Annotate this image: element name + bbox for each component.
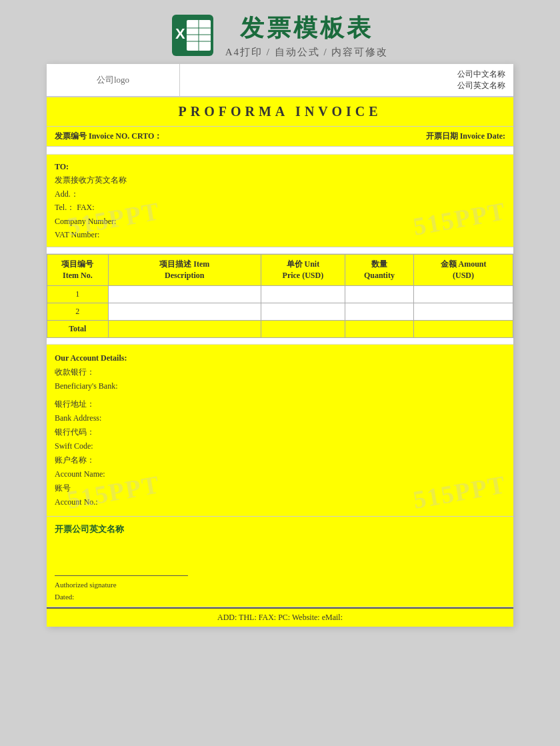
total-label: Total	[47, 320, 109, 337]
acct-no-en: Account No.:	[55, 495, 505, 509]
table-row: 2	[47, 303, 513, 320]
company-info-cell: 公司中文名称 公司英文名称	[180, 64, 513, 96]
invoice-no-label: 发票编号 Invoice NO. CRTO：	[55, 131, 162, 142]
swift-cn: 银行代码：	[55, 425, 505, 439]
th-item-no-cn: 项目编号	[50, 259, 105, 270]
th-amount-en: (USD)	[417, 270, 510, 281]
doc-header: 公司logo 公司中文名称 公司英文名称	[47, 64, 513, 97]
table-row: 1	[47, 285, 513, 303]
tel-fax: Tel.： FAX:	[55, 201, 505, 214]
bank-cn: 收款银行：	[55, 365, 505, 379]
page-header: X 发票模板表 A4打印 / 自动公式 / 内容可修改	[0, 0, 560, 64]
th-quantity-cn: 数量	[348, 259, 411, 270]
th-item-no-en: Item No.	[50, 270, 105, 281]
invoice-title-bar: PROFORMA INVOICE	[47, 97, 513, 127]
th-item-desc-cn: 项目描述 Item	[111, 259, 258, 270]
swift-en: Swift Code:	[55, 439, 505, 453]
table-total-row: Total	[47, 320, 513, 337]
signature-line	[55, 575, 188, 576]
company-name-cn: 公司中文名称	[457, 69, 505, 80]
row2-qty	[345, 303, 413, 320]
row2-price	[261, 303, 345, 320]
authorized-signature-label: Authorized signature	[55, 579, 505, 591]
company-number: Company Number:	[55, 215, 505, 228]
company-name-en: 公司英文名称	[457, 80, 505, 91]
acct-name-cn: 账户名称：	[55, 453, 505, 467]
row1-amount	[414, 285, 513, 303]
table-header-row: 项目编号 Item No. 项目描述 Item Description 单价 U…	[47, 255, 513, 286]
bank-addr-en: Bank Address:	[55, 411, 505, 425]
total-price	[261, 320, 345, 337]
th-unit-price: 单价 Unit Price (USD)	[261, 255, 345, 286]
sig-labels: Authorized signature Dated:	[55, 579, 505, 603]
th-quantity-en: Quantity	[348, 270, 411, 281]
to-label: TO:	[55, 160, 505, 173]
bank-en: Beneficiary's Bank:	[55, 379, 505, 393]
main-title: 发票模板表	[240, 12, 373, 45]
total-desc	[108, 320, 261, 337]
acct-name-en: Account Name:	[55, 467, 505, 481]
acct-no-cn: 账号	[55, 481, 505, 495]
invoice-meta-row: 发票编号 Invoice NO. CRTO： 开票日期 Invoice Date…	[47, 127, 513, 147]
signature-section: 开票公司英文名称 Authorized signature Dated:	[47, 517, 513, 607]
row1-no: 1	[47, 285, 109, 303]
row2-desc	[108, 303, 261, 320]
account-section: Our Account Details: 收款银行： Beneficiary's…	[47, 345, 513, 517]
row1-price	[261, 285, 345, 303]
invoice-title-text: PROFORMA INVOICE	[178, 104, 381, 119]
th-quantity: 数量 Quantity	[345, 255, 413, 286]
row1-desc	[108, 285, 261, 303]
th-amount-cn: 金额 Amount	[417, 259, 510, 270]
items-table: 项目编号 Item No. 项目描述 Item Description 单价 U…	[47, 254, 513, 338]
to-section: TO: 发票接收方英文名称 Add.： Tel.： FAX: Company N…	[47, 155, 513, 247]
footer-text: ADD: THL: FAX: PC: Website: eMail:	[217, 613, 343, 622]
th-item-desc-en: Description	[111, 270, 258, 281]
sub-title: A4打印 / 自动公式 / 内容可修改	[225, 46, 389, 59]
spacer-row-1	[47, 247, 513, 254]
th-unit-price-en: Price (USD)	[264, 270, 342, 281]
row2-amount	[414, 303, 513, 320]
vat-number: VAT Number:	[55, 228, 505, 241]
bank-addr-cn: 银行地址：	[55, 397, 505, 411]
dated-label: Dated:	[55, 591, 505, 603]
row1-qty	[345, 285, 413, 303]
th-amount: 金额 Amount (USD)	[414, 255, 513, 286]
recipient: 发票接收方英文名称	[55, 173, 505, 187]
row2-no: 2	[47, 303, 109, 320]
header-text: 发票模板表 A4打印 / 自动公式 / 内容可修改	[225, 12, 389, 59]
th-unit-price-cn: 单价 Unit	[264, 259, 342, 270]
company-issue-label: 开票公司英文名称	[55, 523, 505, 535]
account-title: Our Account Details:	[55, 351, 505, 365]
total-qty	[345, 320, 413, 337]
total-amount	[414, 320, 513, 337]
invoice-date-label: 开票日期 Invoice Date:	[426, 131, 505, 142]
th-item-desc: 项目描述 Item Description	[108, 255, 261, 286]
after-table-spacer	[47, 338, 513, 345]
excel-icon: X	[172, 15, 213, 56]
th-item-no: 项目编号 Item No.	[47, 255, 109, 286]
logo-cell: 公司logo	[47, 64, 180, 96]
document: 515PPT 515PPT 515PPT 515PPT 公司logo 公司中文名…	[47, 64, 513, 627]
meta-empty-row	[47, 147, 513, 155]
svg-text:X: X	[175, 25, 185, 42]
doc-footer: ADD: THL: FAX: PC: Website: eMail:	[47, 607, 513, 627]
address: Add.：	[55, 187, 505, 201]
